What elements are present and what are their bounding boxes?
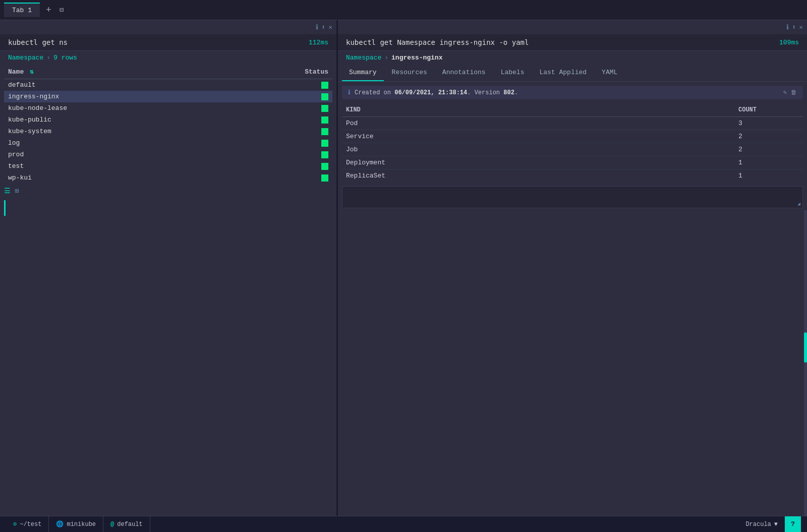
- table-row[interactable]: wp-kui: [4, 172, 332, 184]
- right-command-bar: kubectl get Namespace ingress-nginx -o y…: [338, 34, 807, 51]
- resource-kind: Service: [346, 133, 738, 140]
- resource-table-rows: Pod 3 Service 2 Job 2 Deployment 1 Repli…: [342, 117, 803, 182]
- status-path: ⊙ ~/test: [6, 516, 49, 532]
- detail-tabs: SummaryResourcesAnnotationsLabelsLast Ap…: [338, 65, 807, 82]
- table-header: Name ⇅ Status: [4, 65, 332, 79]
- info-banner-actions: ✎ 🗑: [783, 89, 797, 96]
- table-row[interactable]: default: [4, 79, 332, 91]
- info-icon[interactable]: ℹ: [316, 23, 318, 31]
- right-upload-icon[interactable]: ⬆: [792, 23, 796, 31]
- status-indicator: [321, 163, 328, 170]
- status-cluster[interactable]: 🌐 minikube: [49, 516, 103, 532]
- info-banner: ℹ Created on 06/09/2021, 21:38:14. Versi…: [342, 86, 803, 99]
- row-name: test: [8, 162, 288, 170]
- table-row[interactable]: test: [4, 160, 332, 172]
- detail-tab-yaml[interactable]: YAML: [595, 65, 624, 81]
- row-status: [288, 93, 328, 100]
- kind-column-header: KIND: [346, 106, 738, 113]
- sort-icon[interactable]: ⇅: [30, 68, 34, 76]
- row-status: [288, 151, 328, 158]
- namespace-table: Name ⇅ Status default ingress-nginx kube…: [0, 65, 336, 184]
- edit-icon[interactable]: ✎: [783, 89, 787, 96]
- info-banner-icon: ℹ: [348, 89, 351, 96]
- table-row[interactable]: ingress-nginx: [4, 91, 332, 102]
- input-row: [0, 200, 336, 216]
- breadcrumb-namespace-link[interactable]: Namespace: [8, 54, 43, 62]
- upload-icon[interactable]: ⬆: [321, 23, 325, 31]
- table-row[interactable]: log: [4, 137, 332, 149]
- yaml-textarea-area: ◢: [342, 186, 803, 208]
- detail-tab-annotations[interactable]: Annotations: [435, 65, 493, 81]
- detail-tab-resources[interactable]: Resources: [385, 65, 434, 81]
- right-scrollbar[interactable]: [804, 210, 807, 516]
- info-banner-text: Created on 06/09/2021, 21:38:14. Version…: [355, 89, 518, 96]
- status-bar: ⊙ ~/test 🌐 minikube @ default Dracula ▼ …: [0, 516, 807, 532]
- add-tab-button[interactable]: +: [44, 5, 53, 15]
- help-button[interactable]: ?: [785, 516, 801, 533]
- delete-icon[interactable]: 🗑: [791, 89, 797, 96]
- grid-view-icon[interactable]: ⊞: [15, 187, 19, 195]
- row-name: kube-node-lease: [8, 104, 288, 112]
- detail-tab-labels[interactable]: Labels: [494, 65, 532, 81]
- right-breadcrumb-namespace-link[interactable]: Namespace: [346, 54, 381, 62]
- resize-handle[interactable]: ◢: [797, 201, 800, 207]
- row-name: kube-system: [8, 128, 288, 135]
- status-column-header: Status: [288, 68, 328, 76]
- table-row[interactable]: prod: [4, 149, 332, 160]
- list-view-icon[interactable]: ☰: [4, 187, 11, 195]
- name-column-header: Name ⇅: [8, 68, 288, 76]
- right-command-text: kubectl get Namespace ingress-nginx -o y…: [346, 38, 529, 46]
- row-status: [288, 128, 328, 135]
- right-toolbar: ℹ ⬆ ✕: [338, 20, 807, 34]
- row-name: log: [8, 139, 288, 147]
- table-row[interactable]: kube-system: [4, 126, 332, 137]
- row-name: wp-kui: [8, 174, 288, 182]
- row-name: kube-public: [8, 116, 288, 124]
- right-breadcrumb: Namespace › ingress-nginx: [338, 51, 807, 65]
- status-namespace[interactable]: @ default: [103, 516, 150, 532]
- namespace-at-icon: @: [110, 521, 114, 528]
- row-status: [288, 140, 328, 147]
- resource-table-header: KIND COUNT: [342, 103, 803, 117]
- row-name: default: [8, 81, 288, 89]
- cluster-globe-icon: 🌐: [56, 520, 64, 528]
- status-indicator: [321, 93, 328, 100]
- title-bar: Tab 1 + ⊟: [0, 0, 807, 20]
- resource-row[interactable]: Pod 3: [342, 117, 803, 130]
- row-status: [288, 82, 328, 89]
- detail-tab-last-applied[interactable]: Last Applied: [532, 65, 594, 81]
- right-breadcrumb-current: ingress-nginx: [391, 54, 442, 62]
- resource-row[interactable]: Deployment 1: [342, 156, 803, 169]
- right-scrollbar-thumb[interactable]: [804, 332, 807, 363]
- resource-count: 2: [738, 133, 799, 140]
- status-indicator: [321, 105, 328, 112]
- resource-count: 1: [738, 159, 799, 166]
- resource-row[interactable]: Job 2: [342, 143, 803, 156]
- left-breadcrumb: Namespace › 9 rows: [0, 51, 336, 65]
- right-close-icon[interactable]: ✕: [799, 23, 803, 31]
- resource-count: 3: [738, 120, 799, 127]
- row-count-badge[interactable]: 9 rows: [53, 54, 77, 62]
- detail-tab-items: SummaryResourcesAnnotationsLabelsLast Ap…: [342, 65, 624, 81]
- right-info-icon[interactable]: ℹ: [786, 23, 789, 31]
- view-toggle: ☰ ⊞: [0, 184, 336, 198]
- table-row[interactable]: kube-node-lease: [4, 102, 332, 114]
- left-toolbar: ℹ ⬆ ✕: [0, 20, 336, 34]
- close-left-icon[interactable]: ✕: [328, 23, 332, 31]
- theme-selector[interactable]: Dracula ▼: [738, 521, 785, 528]
- table-row[interactable]: kube-public: [4, 114, 332, 126]
- left-table-rows: default ingress-nginx kube-node-lease ku…: [4, 79, 332, 184]
- status-indicator: [321, 128, 328, 135]
- resource-row[interactable]: Service 2: [342, 130, 803, 143]
- command-input[interactable]: [4, 202, 332, 214]
- status-indicator: [321, 151, 328, 158]
- split-view-button[interactable]: ⊟: [57, 6, 66, 14]
- row-status: [288, 116, 328, 124]
- resource-row[interactable]: ReplicaSet 1: [342, 169, 803, 182]
- detail-tab-summary[interactable]: Summary: [342, 65, 384, 81]
- count-column-header: COUNT: [738, 106, 799, 113]
- tab-1[interactable]: Tab 1: [4, 3, 40, 17]
- resource-kind: Pod: [346, 120, 738, 127]
- right-panel-inner: [338, 210, 807, 516]
- left-panel: ℹ ⬆ ✕ kubectl get ns 112ms Namespace › 9…: [0, 20, 338, 516]
